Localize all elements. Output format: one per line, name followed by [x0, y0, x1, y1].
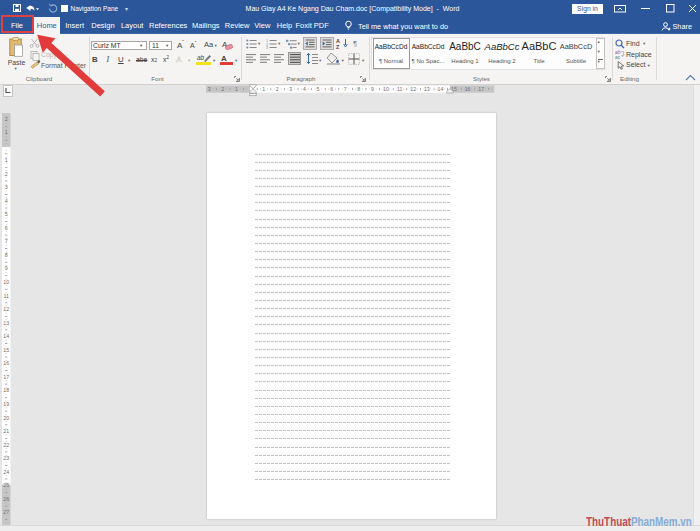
svg-text:16: 16	[465, 86, 471, 92]
svg-text:6: 6	[330, 86, 333, 92]
svg-text:12: 12	[3, 306, 9, 312]
svg-text:2: 2	[276, 86, 279, 92]
svg-text:8: 8	[357, 86, 360, 92]
svg-text:11: 11	[3, 293, 9, 299]
svg-text:1: 1	[5, 157, 8, 163]
svg-text:10: 10	[3, 279, 9, 285]
svg-text:9: 9	[371, 86, 374, 92]
svg-text:25: 25	[3, 482, 9, 488]
svg-text:17: 17	[478, 86, 484, 92]
svg-text:3: 3	[208, 86, 211, 92]
svg-text:16: 16	[3, 360, 9, 366]
svg-text:2: 2	[5, 171, 8, 177]
svg-text:14: 14	[438, 86, 444, 92]
svg-text:18: 18	[3, 387, 9, 393]
svg-text:10: 10	[383, 86, 389, 92]
svg-text:11: 11	[397, 86, 402, 92]
svg-text:3: 3	[5, 184, 8, 190]
svg-text:22: 22	[3, 442, 9, 448]
svg-text:3: 3	[266, 46, 268, 49]
svg-text:23: 23	[3, 455, 9, 461]
svg-text:26: 26	[3, 496, 9, 502]
svg-text:ac: ac	[615, 55, 621, 59]
svg-text:15: 15	[3, 347, 9, 353]
svg-text:24: 24	[3, 469, 9, 475]
svg-text:13: 13	[424, 86, 430, 92]
svg-text:14: 14	[3, 333, 9, 339]
svg-text:1: 1	[262, 86, 265, 92]
svg-text:20: 20	[3, 415, 9, 421]
svg-text:12: 12	[410, 86, 416, 92]
svg-text:9: 9	[5, 265, 8, 271]
svg-text:21: 21	[3, 428, 9, 434]
svg-text:5: 5	[5, 211, 8, 217]
svg-text:27: 27	[3, 509, 9, 515]
svg-text:4: 4	[5, 198, 8, 204]
svg-text:2: 2	[221, 86, 224, 92]
svg-text:13: 13	[3, 320, 9, 326]
svg-text:6: 6	[5, 225, 8, 231]
svg-text:1: 1	[235, 86, 238, 92]
svg-text:19: 19	[3, 401, 9, 407]
svg-text:5: 5	[317, 86, 320, 92]
svg-text:17: 17	[3, 374, 9, 380]
svg-text:3: 3	[289, 86, 292, 92]
svg-text:4: 4	[303, 86, 306, 92]
svg-text:7: 7	[5, 238, 8, 244]
svg-text:8: 8	[5, 252, 8, 258]
svg-text:7: 7	[344, 86, 347, 92]
